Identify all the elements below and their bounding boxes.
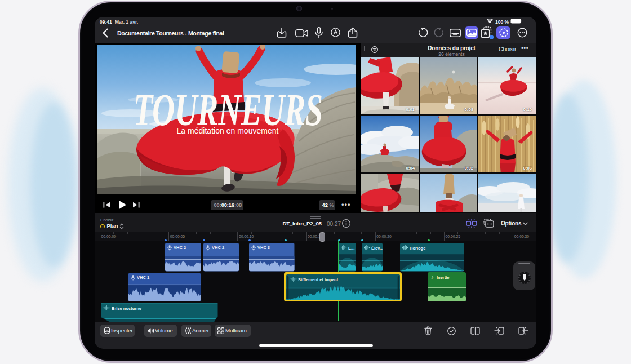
svg-text:Brise nocturne: Brise nocturne: [112, 305, 141, 310]
svg-text:Élév...: Élév...: [371, 246, 383, 251]
svg-text:VHC 2: VHC 2: [174, 245, 186, 250]
svg-text:La méditation en mouvement: La méditation en mouvement: [177, 126, 279, 135]
svg-text:VHC 2: VHC 2: [212, 245, 224, 250]
svg-text:Horloge: Horloge: [410, 246, 425, 251]
svg-text:VHC 1: VHC 1: [137, 275, 149, 280]
svg-text:♪: ♪: [431, 274, 434, 280]
svg-text:VHC 3: VHC 3: [257, 245, 270, 250]
svg-text:Inertie: Inertie: [437, 275, 450, 280]
svg-text:Sifflement et impact: Sifflement et impact: [298, 277, 339, 282]
svg-text:E...: E...: [348, 246, 354, 251]
